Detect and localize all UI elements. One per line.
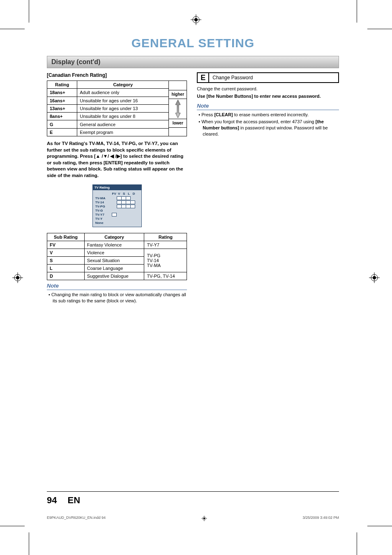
registration-mark-icon (369, 272, 380, 283)
option-letter: E (198, 73, 209, 82)
page-lang: EN (68, 495, 81, 505)
crop-mark (0, 526, 25, 526)
crop-mark (367, 526, 392, 526)
sub-rating-table: Sub Rating Category Rating FVFantasy Vio… (47, 233, 187, 280)
tv-rating-diagram: TV Rating FV V S L D TV-MATV-14TV-PGTV-G… (92, 184, 142, 227)
table-row: GGeneral audience (47, 120, 169, 128)
crop-mark (357, 532, 357, 555)
registration-mark-icon (191, 14, 201, 25)
note-item: Changing the main rating to block or vie… (48, 292, 187, 304)
crop-mark (0, 29, 25, 29)
rating-scale: higher lower (169, 81, 187, 136)
instruction-paragraph: As for TV Rating's TV-MA, TV-14, TV-PG, … (47, 140, 187, 179)
option-e-box: E Change Password (197, 72, 339, 83)
crop-mark (29, 0, 29, 23)
table-row: 8ans+Unsuitable for ages under 8 (47, 113, 169, 120)
section-heading: Display (cont'd) (47, 56, 339, 68)
note-item: Press [CLEAR] to erase numbers entered i… (198, 112, 339, 118)
registration-mark-icon (12, 272, 23, 283)
note-left: Note Changing the main rating to block o… (47, 283, 187, 304)
page-title: GENERAL SETTING (47, 36, 339, 50)
crop-mark (357, 0, 357, 23)
use-number-instruction: Use [the Number Buttons] to enter new ac… (197, 94, 339, 99)
print-registration-icon (201, 516, 207, 522)
change-password-desc: Change the current password. (197, 86, 339, 91)
canadian-french-heading: [Canadian French Rating] (47, 72, 187, 78)
th-rating: Rating (47, 81, 77, 89)
table-row: DSuggestive DialogueTV-PG, TV-14 (47, 272, 187, 280)
crop-mark (367, 29, 392, 29)
canadian-french-table: Rating Category 18ans+Adult audience onl… (47, 81, 187, 136)
table-row: 16ans+Unsuitable for ages under 16 (47, 97, 169, 104)
page-number: 94 (47, 495, 57, 505)
option-label: Change Password (209, 73, 338, 82)
double-arrow-icon (169, 99, 187, 119)
crop-mark (29, 532, 29, 555)
table-row: 13ans+Unsuitable for ages under 13 (47, 104, 169, 112)
table-row: 18ans+Adult audience only (47, 89, 169, 97)
note-item: When you forgot the access password, ent… (198, 119, 339, 137)
print-metadata: E9PKAUD_DVR620KU_EN.indd 94 3/25/2009 3:… (47, 516, 339, 522)
th-category: Category (77, 81, 169, 89)
table-row: VViolenceTV-PG TV-14 TV-MA (47, 249, 187, 257)
table-row: EExempt program (47, 128, 169, 136)
table-row: FVFantasy ViolenceTV-Y7 (47, 241, 187, 249)
page-footer: 94 EN (47, 491, 339, 506)
note-right: Note Press [CLEAR] to erase numbers ente… (197, 103, 339, 137)
